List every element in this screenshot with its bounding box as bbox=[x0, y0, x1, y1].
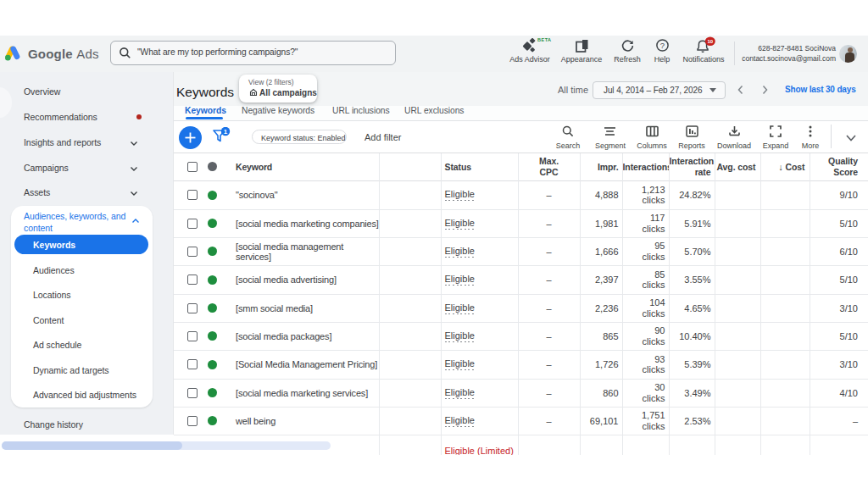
svg-text:?: ? bbox=[660, 41, 665, 50]
svg-text:1: 1 bbox=[224, 128, 228, 136]
